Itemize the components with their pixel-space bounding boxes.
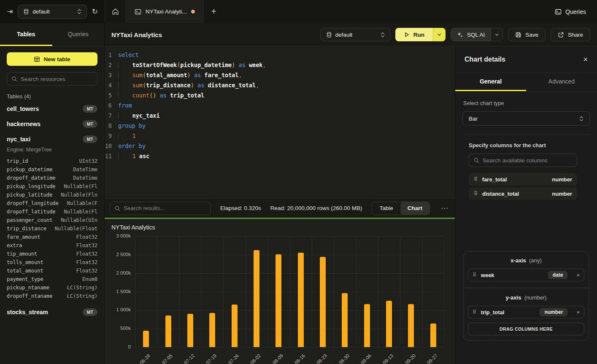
x-tick-label: 2015-07-19 <box>197 353 218 364</box>
view-toggle-table[interactable]: Table <box>372 202 400 215</box>
line-code: group by <box>118 121 146 131</box>
column-row: trip_distanceNullable(Float <box>7 224 97 233</box>
drag-handle-icon[interactable]: ⠿ <box>473 272 476 278</box>
results-toolbar: Elapsed: 0.320s Read: 20,000,000 rows (2… <box>105 198 455 218</box>
sql-ai-button[interactable]: SQL AI <box>451 28 491 41</box>
x-axis-chip[interactable]: ⠿weekdate× <box>468 269 584 281</box>
column-name: fare_amount <box>7 233 40 241</box>
sql-ai-options-button[interactable] <box>491 28 502 41</box>
new-tab-button[interactable]: + <box>204 0 224 23</box>
columns-search[interactable] <box>469 154 577 167</box>
column-name: pickup_latitude <box>7 191 52 199</box>
new-table-button[interactable]: New table <box>7 52 97 66</box>
column-chip-name: fare_total <box>482 176 507 183</box>
column-type: Float32 <box>76 250 97 258</box>
line-number: 5 <box>105 90 118 100</box>
column-type: Nullable(Fl <box>64 208 97 216</box>
tab-advanced[interactable]: Advanced <box>526 73 597 91</box>
y-axis-chip[interactable]: ⠿trip_totalnumber× <box>468 306 584 318</box>
results-search[interactable] <box>110 202 211 215</box>
column-type: Float32 <box>76 241 97 250</box>
column-row: dropoff_ntanameLC(String) <box>7 292 97 300</box>
table-name: hackernews <box>7 121 41 127</box>
unsaved-dot-icon <box>191 10 195 13</box>
sidebar-tab-tables[interactable]: Tables <box>0 23 52 46</box>
columns-search-input[interactable] <box>483 157 573 164</box>
columns-section-label: Specify columns for the chart <box>469 142 577 148</box>
drag-handle-icon[interactable]: ⠿ <box>474 191 478 197</box>
more-options-icon[interactable]: ⋯ <box>439 204 450 213</box>
axis-divider <box>464 288 589 288</box>
sidebar-tab-queries[interactable]: Queries <box>52 23 105 46</box>
remove-column-icon[interactable]: × <box>572 309 580 315</box>
table-row[interactable]: nyc_taxiMT <box>0 132 104 147</box>
page-title: NYTaxi Analytics <box>111 31 162 38</box>
resource-search[interactable] <box>7 72 97 86</box>
save-icon <box>515 32 521 38</box>
column-row: dropoff_datetimeDateTime <box>7 174 97 182</box>
table-row[interactable]: hackernewsMT <box>0 116 104 132</box>
column-name: trip_id <box>7 157 28 165</box>
table-name: cell_towers <box>7 105 39 112</box>
line-code: count() as trip_total <box>118 90 204 100</box>
header-database-selector[interactable]: default <box>321 28 390 41</box>
run-button[interactable]: Run <box>395 28 433 41</box>
y-axis-label: y-axis <box>506 294 521 301</box>
database-selector[interactable]: default <box>18 5 87 19</box>
chart-bar <box>165 315 171 347</box>
new-table-label: New table <box>43 56 70 62</box>
chart-type-label: Select chart type <box>463 100 589 106</box>
x-axis-header: x-axis (any) <box>468 257 584 264</box>
engine-badge: MT <box>83 308 97 316</box>
chart-bar <box>364 304 370 347</box>
chart-type-select[interactable]: Bar <box>462 111 590 126</box>
refresh-icon[interactable]: ↻ <box>92 7 98 16</box>
column-name: payment_type <box>7 275 43 283</box>
column-row: trip_idUInt32 <box>7 157 97 165</box>
column-chip[interactable]: ⠿distance_totalnumber <box>469 187 577 200</box>
column-row: pickup_ntanameLC(String) <box>7 283 97 292</box>
search-icon <box>473 157 479 163</box>
results-search-input[interactable] <box>124 205 206 211</box>
editor-line: 3 sum(total_amount) as fare_total, <box>105 70 455 80</box>
line-number: 8 <box>105 121 118 131</box>
x-tick-label: 2015-08-23 <box>307 353 328 364</box>
tab-nytaxi-analytics[interactable]: NYTaxi Analyti... <box>126 0 204 23</box>
drag-handle-icon[interactable]: ⠿ <box>474 176 478 182</box>
y-tick-label: 3 000k <box>116 233 131 238</box>
table-name: stocks_stream <box>7 309 48 315</box>
resource-search-input[interactable] <box>21 76 93 82</box>
column-chip[interactable]: ⠿fare_totalnumber <box>469 173 577 186</box>
save-button[interactable]: Save <box>508 28 546 41</box>
chart-bar <box>386 301 392 347</box>
drop-zone[interactable]: DRAG COLUMNS HERE <box>468 323 584 335</box>
run-options-button[interactable] <box>433 28 446 41</box>
gridline-v <box>223 236 224 347</box>
home-icon <box>112 8 119 15</box>
share-button[interactable]: Share <box>551 28 590 41</box>
editor-line: 4 sum(trip_distance) as distance_total, <box>105 80 455 90</box>
chart-plot <box>135 236 444 347</box>
terminal-icon <box>555 8 562 15</box>
view-toggle-chart[interactable]: Chart <box>400 202 430 215</box>
y-axis-chip-slot: ⠿trip_totalnumber× <box>468 306 584 318</box>
column-name: tip_amount <box>7 250 37 258</box>
drag-handle-icon[interactable]: ⠿ <box>473 309 476 315</box>
chart-bar <box>320 257 326 347</box>
table-row[interactable]: cell_towersMT <box>0 101 104 116</box>
tab-general[interactable]: General <box>455 73 526 91</box>
database-icon <box>326 32 332 38</box>
queries-button[interactable]: Queries <box>544 0 597 23</box>
chart-bar <box>187 314 193 347</box>
x-tick-label: 2015-07-26 <box>219 353 240 364</box>
sql-editor[interactable]: 1select2 toStartOfWeek(pickup_datetime) … <box>105 46 455 198</box>
remove-column-icon[interactable]: × <box>572 272 580 278</box>
table-row[interactable]: stocks_streamMT <box>0 305 104 320</box>
line-code: select <box>118 50 139 60</box>
editor-line: 7 nyc_taxi <box>105 111 455 121</box>
close-icon[interactable]: × <box>583 55 588 64</box>
home-button[interactable] <box>105 0 126 23</box>
collapse-sidebar-icon[interactable]: ⇥ <box>7 7 13 16</box>
editor-line: 9 1 <box>105 131 455 141</box>
x-tick-label: 2015-09-06 <box>351 353 372 364</box>
